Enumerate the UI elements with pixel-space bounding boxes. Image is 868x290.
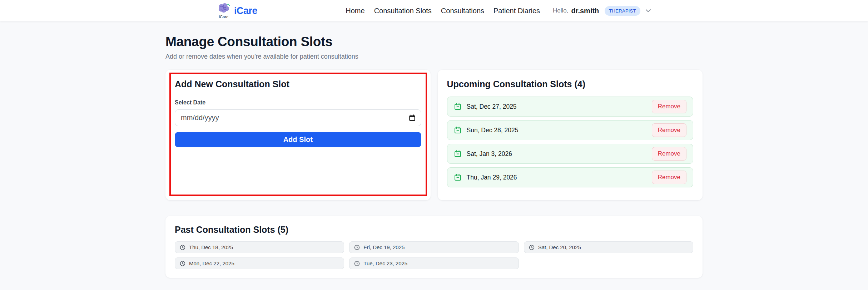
past-slot-date: Mon, Dec 22, 2025 [189,260,234,266]
past-slots-card: Past Consultation Slots (5) Thu, Dec 18,… [165,216,703,278]
upcoming-slot-date: Sat, Jan 3, 2026 [467,150,512,158]
clock-icon [354,261,360,266]
upcoming-slot-date: Sat, Dec 27, 2025 [467,103,517,110]
main-content: Manage Consultation Slots Add or remove … [165,21,703,278]
logo-caption: iCare [219,15,228,19]
main-nav: Home Consultation Slots Consultations Pa… [346,6,651,16]
upcoming-slot-row: Sun, Dec 28, 2025 Remove [447,120,694,140]
past-slot-date: Thu, Dec 18, 2025 [189,244,233,250]
page-title: Manage Consultation Slots [165,34,703,49]
upcoming-slots-title: Upcoming Consultation Slots (4) [447,79,694,89]
upcoming-slots-card: Upcoming Consultation Slots (4) Sat, Dec… [438,70,703,200]
upcoming-slots-list: Sat, Dec 27, 2025 Remove Sun, Dec 28, [447,97,694,187]
past-slot-item: Tue, Dec 23, 2025 [349,257,519,269]
past-slots-grid: Thu, Dec 18, 2025 Fri, Dec 19, 2025 [175,241,693,269]
calendar-icon [454,126,462,134]
clock-icon [354,245,360,250]
calendar-icon [454,150,462,158]
brand-name: iCare [234,5,257,16]
past-slot-date: Fri, Dec 19, 2025 [363,244,405,250]
logo-link[interactable]: iCare iCare [217,3,257,19]
greeting-text: Hello, [553,7,568,14]
remove-slot-button[interactable]: Remove [652,147,686,161]
remove-slot-button[interactable]: Remove [652,171,686,184]
select-date-label: Select Date [175,99,421,106]
upcoming-slot-row: Sat, Jan 3, 2026 Remove [447,144,694,164]
user-menu[interactable]: Hello, dr.smith THERAPIST [553,6,651,16]
calendar-icon [454,173,462,181]
chevron-down-icon[interactable] [645,9,651,13]
brain-icon [217,3,230,15]
upcoming-slot-date: Thu, Jan 29, 2026 [467,174,517,181]
past-slot-item: Mon, Dec 22, 2025 [175,257,344,269]
past-slot-item: Sat, Dec 20, 2025 [524,241,693,253]
date-input-wrap [175,109,421,126]
nav-item-home[interactable]: Home [346,7,364,15]
add-slot-card-title: Add New Consultation Slot [175,79,421,89]
nav-item-patient-diaries[interactable]: Patient Diaries [493,7,540,15]
past-slot-date: Sat, Dec 20, 2025 [538,244,581,250]
upcoming-slot-row: Sat, Dec 27, 2025 Remove [447,97,694,117]
page-subtitle: Add or remove dates when you're availabl… [165,53,703,60]
past-slot-date: Tue, Dec 23, 2025 [363,260,407,266]
clock-icon [180,245,185,250]
logo-icon-wrap: iCare [217,3,230,19]
past-slot-item: Thu, Dec 18, 2025 [175,241,344,253]
app-header: iCare iCare Home Consultation Slots Cons… [0,0,868,21]
header-container: iCare iCare Home Consultation Slots Cons… [217,0,651,21]
date-input[interactable] [175,109,421,126]
past-slots-title: Past Consultation Slots (5) [175,225,693,235]
nav-item-consultation-slots[interactable]: Consultation Slots [374,7,432,15]
add-slot-button[interactable]: Add Slot [175,132,421,147]
add-slot-card: Add New Consultation Slot Select Date Ad… [165,70,431,200]
upcoming-slot-date: Sun, Dec 28, 2025 [467,127,519,134]
clock-icon [180,261,185,266]
past-slot-item: Fri, Dec 19, 2025 [349,241,519,253]
cards-row: Add New Consultation Slot Select Date Ad… [165,70,703,200]
remove-slot-button[interactable]: Remove [652,100,686,113]
role-badge[interactable]: THERAPIST [605,6,640,16]
remove-slot-button[interactable]: Remove [652,123,686,137]
clock-icon [529,245,535,250]
username-text: dr.smith [571,7,599,15]
nav-item-consultations[interactable]: Consultations [441,7,484,15]
date-picker-calendar-icon[interactable] [408,114,416,122]
upcoming-slot-row: Thu, Jan 29, 2026 Remove [447,167,694,187]
calendar-icon [454,103,462,110]
